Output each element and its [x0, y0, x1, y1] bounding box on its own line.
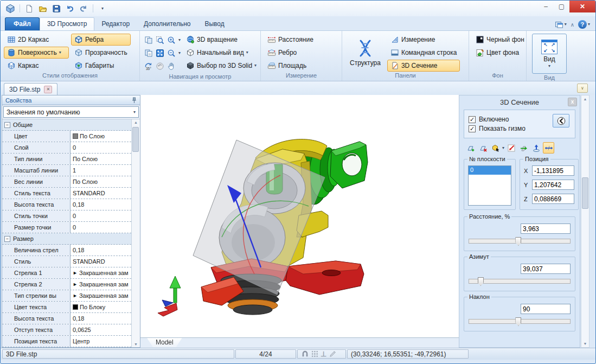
distance-input[interactable]: [521, 223, 571, 234]
zoom-in-dropdown[interactable]: ▾: [178, 38, 181, 42]
button-area[interactable]: Площадь: [264, 60, 317, 72]
tab-extra[interactable]: Дополнительно: [137, 18, 197, 30]
property-row[interactable]: Позиция текста Центр: [2, 336, 131, 347]
tab-output[interactable]: Вывод: [197, 18, 231, 30]
maximize-button[interactable]: ▢: [554, 1, 569, 12]
button-transparency[interactable]: Прозрачность: [71, 47, 131, 59]
button-background-color[interactable]: Цвет фона: [472, 47, 528, 59]
scrollbar-thumb[interactable]: [582, 177, 588, 209]
property-row[interactable]: Вес линии По Слою: [2, 176, 131, 188]
scrollbar-thumb[interactable]: [132, 127, 139, 152]
paste-view-button[interactable]: [144, 49, 153, 58]
zoom-out-dropdown[interactable]: ▾: [178, 51, 181, 55]
scroll-up-icon[interactable]: ▲: [584, 97, 587, 101]
slider-thumb[interactable]: [515, 317, 521, 326]
redo-button[interactable]: [78, 3, 89, 14]
plane-by-object-dropdown[interactable]: ▾: [502, 146, 504, 150]
button-wireframe[interactable]: Каркас: [4, 60, 69, 72]
ui-style-button[interactable]: ▾: [555, 20, 567, 29]
plane-by-object-button[interactable]: [490, 142, 501, 154]
document-tab-close-icon[interactable]: ✕: [44, 86, 52, 93]
z-input[interactable]: [532, 194, 574, 204]
property-row[interactable]: Слой 0: [2, 142, 131, 154]
button-command-line[interactable]: Командная строка: [387, 47, 460, 59]
draw-style-icon[interactable]: [329, 350, 337, 358]
section-panel-close-button[interactable]: x: [568, 98, 577, 106]
close-button[interactable]: ✕: [569, 1, 595, 12]
plane-list-item[interactable]: 0: [469, 166, 511, 175]
panel-scrollbar[interactable]: ▲ ▼: [581, 95, 589, 348]
property-row[interactable]: Стиль текста STANDARD: [2, 188, 131, 199]
button-view[interactable]: ↖↗ ↙↘ Вид ▾: [532, 34, 567, 74]
undo-button[interactable]: [64, 3, 76, 14]
button-distance[interactable]: Расстояние: [264, 34, 317, 46]
move-plane-up-button[interactable]: [530, 142, 542, 154]
zoom-out-button[interactable]: [167, 49, 176, 58]
checkbox-checked-icon[interactable]: ✓: [469, 116, 476, 123]
properties-scrollbar[interactable]: ▲ ▼: [131, 119, 140, 347]
button-extents[interactable]: Габариты: [71, 60, 131, 72]
property-row[interactable]: Масштаб линии 1: [2, 165, 131, 176]
tilt-slider[interactable]: [469, 317, 571, 326]
slider-thumb[interactable]: [478, 277, 484, 286]
property-row[interactable]: Тип стрелки вы ►Закрашенная зам: [2, 290, 131, 302]
zoom-in-button[interactable]: [167, 36, 176, 44]
minimize-button[interactable]: –: [538, 1, 554, 12]
property-row[interactable]: Высота текста 0,18: [2, 199, 131, 210]
button-edges[interactable]: Ребра: [71, 34, 131, 46]
model-tab[interactable]: Model: [147, 338, 182, 347]
snap-icon[interactable]: [301, 350, 309, 358]
properties-preset-select[interactable]: Значения по умолчанию ▾: [3, 106, 139, 118]
checkbox-checked-icon[interactable]: ✓: [469, 125, 476, 132]
property-row[interactable]: Отступ текста 0,0625: [2, 324, 131, 336]
previous-view-button[interactable]: [156, 62, 164, 71]
rotate-35-button[interactable]: 35°: [144, 62, 153, 71]
button-structure[interactable]: Структура: [345, 34, 385, 72]
y-input[interactable]: [532, 180, 574, 190]
property-row[interactable]: Стиль точки 0: [2, 210, 131, 222]
property-row[interactable]: Цвет По Слою: [2, 131, 131, 142]
button-select-by-3d-solid[interactable]: Выбор по 3D Solid ▾: [183, 60, 260, 72]
align-plane-button[interactable]: [518, 142, 529, 154]
reverse-direction-button[interactable]: [505, 142, 517, 154]
zoom-extents-button[interactable]: [156, 49, 164, 58]
tilt-input[interactable]: [521, 304, 571, 314]
tab-editor[interactable]: Редактор: [94, 18, 137, 30]
help-button[interactable]: ? ▾: [578, 20, 590, 29]
button-black-background[interactable]: Черный фон: [472, 34, 528, 46]
property-row[interactable]: Величина стрел 0,18: [2, 245, 131, 256]
property-row[interactable]: Тип линии По Слою: [2, 154, 131, 165]
open-file-button[interactable]: [37, 3, 49, 14]
button-edge[interactable]: Ребро: [264, 47, 317, 59]
copy-view-button[interactable]: [144, 36, 153, 44]
button-surface[interactable]: Поверхность ▾: [4, 47, 69, 59]
button-initial-view[interactable]: Начальный вид ▾: [183, 47, 260, 59]
property-row[interactable]: Цвет текста По Блоку: [2, 302, 131, 313]
collapse-ribbon-button[interactable]: ∧: [571, 22, 574, 28]
azimuth-input[interactable]: [521, 264, 571, 274]
button-3d-rotation[interactable]: 3D вращение: [183, 34, 260, 46]
save-button[interactable]: [50, 3, 62, 14]
document-tab[interactable]: 3D File.stp ✕: [4, 83, 57, 95]
property-row[interactable]: Стиль STANDARD: [2, 256, 131, 267]
button-measure-panel[interactable]: Измерение: [387, 34, 460, 46]
plane-list[interactable]: 0: [468, 165, 511, 206]
3d-model[interactable]: [140, 95, 459, 337]
tab-3d-view[interactable]: 3D Просмотр: [40, 17, 94, 30]
property-row[interactable]: Размер точки 0: [2, 222, 131, 233]
tab-list-expand-button[interactable]: ∨: [577, 84, 588, 93]
new-file-button[interactable]: [23, 3, 35, 14]
scroll-down-icon[interactable]: ▼: [584, 342, 587, 346]
collapse-icon[interactable]: −: [4, 122, 10, 128]
azimuth-slider[interactable]: [469, 277, 571, 286]
flip-section-button[interactable]: [553, 114, 569, 127]
zoom-window-button[interactable]: [156, 36, 164, 44]
button-3d-section[interactable]: 3D Сечение: [387, 60, 460, 72]
delete-plane-button[interactable]: [477, 142, 489, 154]
viewport[interactable]: [140, 95, 459, 337]
slider-thumb[interactable]: [515, 237, 521, 246]
distance-slider[interactable]: [469, 237, 571, 246]
move-plane-button[interactable]: [543, 142, 554, 154]
property-group-row[interactable]: − Размер: [2, 233, 131, 245]
button-2d-wireframe[interactable]: 2D Каркас: [4, 34, 69, 46]
